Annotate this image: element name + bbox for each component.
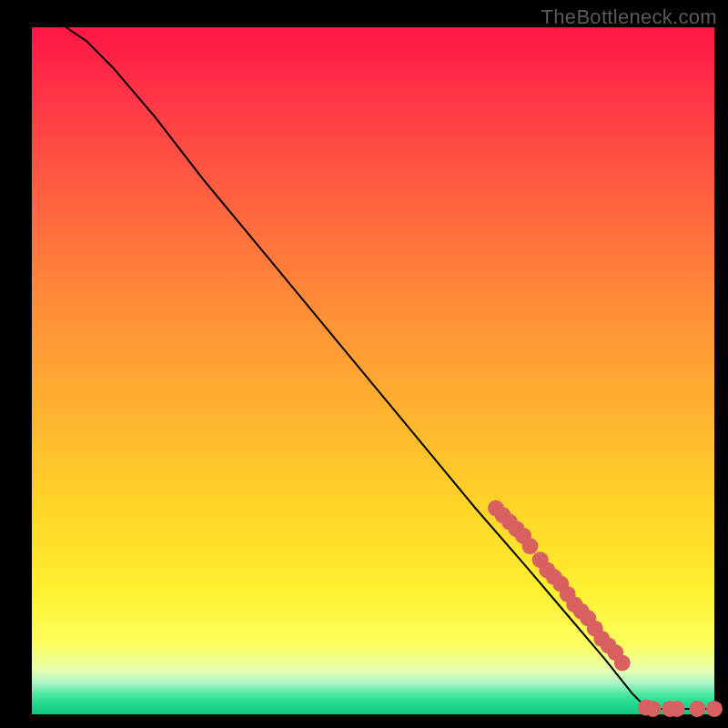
- data-point: [669, 701, 685, 717]
- plot-background: [32, 27, 714, 714]
- data-point: [645, 701, 662, 717]
- data-point: [706, 701, 723, 717]
- chart-container: TheBottleneck.com: [0, 0, 728, 728]
- data-point: [689, 701, 705, 717]
- chart-plot: [0, 0, 728, 728]
- data-point: [522, 538, 539, 554]
- watermark-text: TheBottleneck.com: [541, 5, 717, 29]
- data-point: [614, 654, 631, 671]
